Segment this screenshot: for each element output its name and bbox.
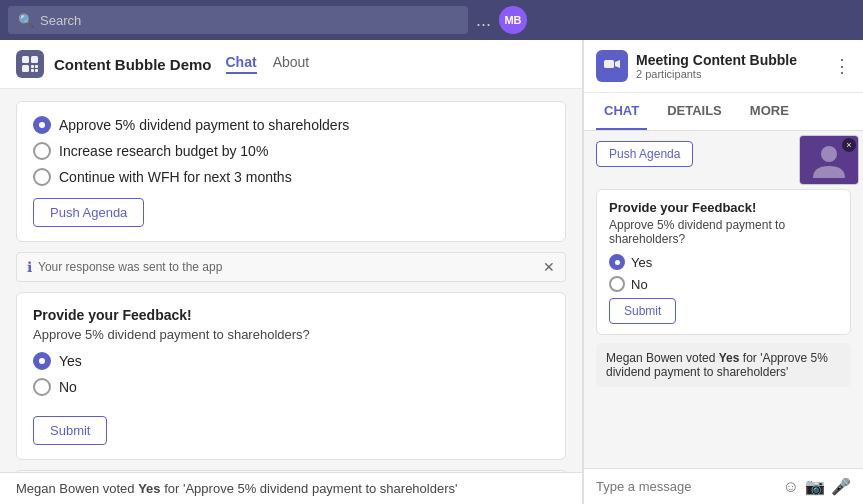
right-tabs: CHAT DETAILS MORE <box>584 93 863 131</box>
more-options-dots[interactable]: ... <box>476 10 491 31</box>
radio-circle-3[interactable] <box>33 168 51 186</box>
right-card-title: Provide your Feedback! <box>609 200 838 215</box>
bottom-text: Megan Bowen voted <box>16 481 138 496</box>
poll-options: Approve 5% dividend payment to sharehold… <box>33 116 549 186</box>
emoji-icon[interactable]: ☺ <box>783 478 799 496</box>
right-radio-label-no: No <box>631 277 648 292</box>
left-panel: Content Bubble Demo Chat About Approve 5… <box>0 40 583 504</box>
svg-rect-5 <box>31 69 34 72</box>
radio-item-3[interactable]: Continue with WFH for next 3 months <box>33 168 549 186</box>
feedback-subtitle: Approve 5% dividend payment to sharehold… <box>33 327 549 342</box>
message-input[interactable] <box>596 479 777 494</box>
feedback-label-yes: Yes <box>59 353 82 369</box>
feedback-card: Provide your Feedback! Approve 5% divide… <box>16 292 566 460</box>
right-radio-yes[interactable]: Yes <box>609 254 838 270</box>
radio-label-2: Increase research budget by 10% <box>59 143 268 159</box>
radio-circle-2[interactable] <box>33 142 51 160</box>
right-panel: Meeting Content Bubble 2 participants ⋮ … <box>583 40 863 504</box>
meeting-info: Meeting Content Bubble 2 participants <box>636 52 825 80</box>
meeting-title: Meeting Content Bubble <box>636 52 825 68</box>
svg-rect-0 <box>22 56 29 63</box>
meeting-subtitle: 2 participants <box>636 68 825 80</box>
voted-message: Megan Bowen voted Yes for 'Approve 5% di… <box>596 343 851 387</box>
right-submit-button[interactable]: Submit <box>609 298 676 324</box>
mic-icon[interactable]: 🎤 <box>831 477 851 496</box>
feedback-yes[interactable]: Yes <box>33 352 549 370</box>
meeting-icon <box>596 50 628 82</box>
svg-rect-2 <box>22 65 29 72</box>
avatar-initials: MB <box>504 14 521 26</box>
left-content: Approve 5% dividend payment to sharehold… <box>0 89 582 472</box>
svg-point-9 <box>821 146 837 162</box>
close-info-1[interactable]: ✕ <box>543 259 555 275</box>
push-agenda-button[interactable]: Push Agenda <box>33 198 144 227</box>
feedback-radio-no[interactable] <box>33 378 51 396</box>
feedback-options: Yes No <box>33 352 549 396</box>
right-card-subtitle: Approve 5% dividend payment to sharehold… <box>609 218 838 246</box>
svg-rect-1 <box>31 56 38 63</box>
right-tab-chat[interactable]: CHAT <box>596 93 647 130</box>
search-box[interactable]: 🔍 Search <box>8 6 468 34</box>
info-icon-1: ℹ <box>27 259 32 275</box>
main-layout: Content Bubble Demo Chat About Approve 5… <box>0 40 863 504</box>
svg-rect-7 <box>604 60 614 68</box>
svg-rect-4 <box>35 65 38 68</box>
bottom-bold: Yes <box>138 481 160 496</box>
feedback-no[interactable]: No <box>33 378 549 396</box>
radio-circle-1[interactable] <box>33 116 51 134</box>
info-bar-left-1: ℹ Your response was sent to the app <box>27 259 222 275</box>
right-content: × Push Agenda Provide your Feedback! App… <box>584 131 863 468</box>
radio-item-2[interactable]: Increase research budget by 10% <box>33 142 549 160</box>
app-title: Content Bubble Demo <box>54 56 212 73</box>
submit-button[interactable]: Submit <box>33 416 107 445</box>
feedback-label-no: No <box>59 379 77 395</box>
radio-label-3: Continue with WFH for next 3 months <box>59 169 292 185</box>
attach-icon[interactable]: 📷 <box>805 477 825 496</box>
bottom-bar: Megan Bowen voted Yes for 'Approve 5% di… <box>0 472 582 504</box>
svg-rect-6 <box>35 69 38 72</box>
svg-rect-3 <box>31 65 34 68</box>
tab-chat[interactable]: Chat <box>226 54 257 74</box>
right-push-agenda-button[interactable]: Push Agenda <box>596 141 693 167</box>
close-video-button[interactable]: × <box>842 138 856 152</box>
avatar[interactable]: MB <box>499 6 527 34</box>
voted-name: Megan Bowen <box>606 351 683 365</box>
top-bar: 🔍 Search ... MB <box>0 0 863 40</box>
right-tab-more[interactable]: MORE <box>742 93 797 130</box>
info-bar-1: ℹ Your response was sent to the app ✕ <box>16 252 566 282</box>
voted-text: voted <box>686 351 719 365</box>
search-placeholder: Search <box>40 13 81 28</box>
left-header: Content Bubble Demo Chat About <box>0 40 582 89</box>
search-icon: 🔍 <box>18 13 34 28</box>
radio-label-1: Approve 5% dividend payment to sharehold… <box>59 117 349 133</box>
right-header: Meeting Content Bubble 2 participants ⋮ <box>584 40 863 93</box>
svg-marker-8 <box>615 60 620 68</box>
feedback-radio-yes[interactable] <box>33 352 51 370</box>
right-radio-no[interactable]: No <box>609 276 838 292</box>
bottom-suffix: for 'Approve 5% dividend payment to shar… <box>161 481 458 496</box>
right-tab-details[interactable]: DETAILS <box>659 93 730 130</box>
right-feedback-card: Provide your Feedback! Approve 5% divide… <box>596 189 851 335</box>
radio-item-1[interactable]: Approve 5% dividend payment to sharehold… <box>33 116 549 134</box>
right-radio-label-yes: Yes <box>631 255 652 270</box>
right-bottom-bar: ☺ 📷 🎤 <box>584 468 863 504</box>
right-radio-circle-no[interactable] <box>609 276 625 292</box>
app-icon <box>16 50 44 78</box>
meeting-more-dots[interactable]: ⋮ <box>833 55 851 77</box>
feedback-title: Provide your Feedback! <box>33 307 549 323</box>
tab-about[interactable]: About <box>273 54 310 74</box>
right-radio-circle-yes[interactable] <box>609 254 625 270</box>
voted-bold: Yes <box>719 351 740 365</box>
floating-video: × <box>799 135 859 185</box>
info-text-1: Your response was sent to the app <box>38 260 222 274</box>
poll-card: Approve 5% dividend payment to sharehold… <box>16 101 566 242</box>
left-tabs: Chat About <box>226 54 310 74</box>
